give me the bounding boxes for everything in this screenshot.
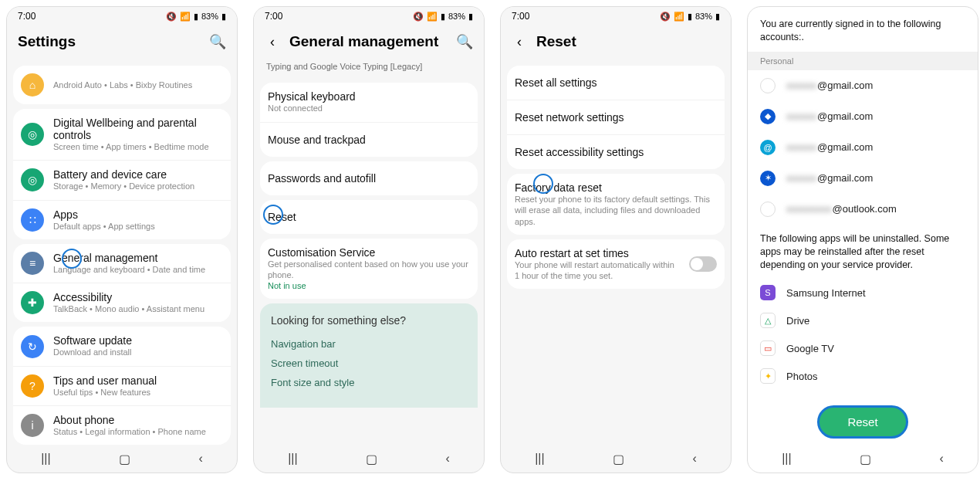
account-row: @ xxxxxx@gmail.com xyxy=(748,132,978,163)
nav-bar: ||| ▢ ‹ xyxy=(748,445,978,473)
status-time: 7:00 xyxy=(512,11,529,22)
item-sub: Android Auto • Labs • Bixby Routines xyxy=(53,80,223,90)
item-title: Passwords and autofill xyxy=(268,169,470,188)
status-right: 🔇 📶 ▮ 83% ▮ xyxy=(413,12,473,22)
app-row-drive: △ Drive xyxy=(748,307,978,334)
item-sub: Useful tips • New features xyxy=(53,387,223,398)
nav-home[interactable]: ▢ xyxy=(613,452,624,466)
nav-recents[interactable]: ||| xyxy=(288,452,297,466)
apps-intro-text: The following apps will be uninstalled. … xyxy=(748,225,978,279)
item-title: Factory data reset xyxy=(515,181,717,194)
reset-button[interactable]: Reset xyxy=(817,405,907,439)
signal-icon: ▮ xyxy=(194,12,198,22)
battery-icon: ▮ xyxy=(221,12,226,22)
nav-recents[interactable]: ||| xyxy=(535,452,544,466)
status-right: 🔇 📶 ▮ 83% ▮ xyxy=(166,12,226,22)
title-bar: ‹ General management 🔍 xyxy=(254,25,484,61)
intro-text: You are currently signed in to the follo… xyxy=(748,10,978,52)
account-row: ✶ xxxxxx@gmail.com xyxy=(748,163,978,194)
title-bar: ‹ Reset xyxy=(501,25,731,61)
back-icon[interactable]: ‹ xyxy=(512,34,527,50)
status-right: 🔇 📶 ▮ 83% ▮ xyxy=(660,12,720,22)
nav-recents[interactable]: ||| xyxy=(41,452,50,466)
row-customisation-service[interactable]: Customisation Service Get personalised c… xyxy=(260,239,478,300)
row-auto-restart[interactable]: Auto restart at set times Your phone wil… xyxy=(507,239,725,290)
settings-item-apps[interactable]: ∷ Apps Default apps • App settings xyxy=(13,201,231,239)
signal-icon: ▮ xyxy=(688,12,692,22)
item-title: Reset xyxy=(268,208,470,226)
nav-home[interactable]: ▢ xyxy=(860,452,871,466)
nav-recents[interactable]: ||| xyxy=(782,452,791,466)
settings-item-tips[interactable]: ? Tips and user manual Useful tips • New… xyxy=(13,367,231,406)
search-icon[interactable]: 🔍 xyxy=(456,33,473,50)
row-factory-data-reset[interactable]: Factory data reset Reset your phone to i… xyxy=(507,174,725,235)
acct-domain: @gmail.com xyxy=(817,80,873,91)
item-sub: TalkBack • Mono audio • Assistant menu xyxy=(53,303,223,314)
acct-blur: xxxxxx xyxy=(786,172,816,184)
item-title: Reset accessibility settings xyxy=(515,143,717,161)
google-tv-icon: ▭ xyxy=(760,340,776,356)
item-title: Software update xyxy=(53,334,223,347)
link-font-size-style[interactable]: Font size and style xyxy=(271,373,467,392)
item-title: Digital Wellbeing and parental controls xyxy=(53,117,223,141)
nav-back[interactable]: ‹ xyxy=(939,452,943,466)
row-reset-accessibility-settings[interactable]: Reset accessibility settings xyxy=(507,135,725,169)
nav-bar: ||| ▢ ‹ xyxy=(254,445,484,473)
title-bar: Settings 🔍 xyxy=(7,25,237,61)
settings-item-advanced[interactable]: ⌂ Android Auto • Labs • Bixby Routines xyxy=(13,66,231,104)
settings-item-software-update[interactable]: ↻ Software update Download and install xyxy=(13,327,231,366)
nav-home[interactable]: ▢ xyxy=(366,452,377,466)
battery-text: 83% xyxy=(201,12,218,21)
row-passwords-autofill[interactable]: Passwords and autofill xyxy=(260,161,478,195)
row-reset-all-settings[interactable]: Reset all settings xyxy=(507,66,725,100)
row-physical-keyboard[interactable]: Physical keyboard Not connected xyxy=(260,83,478,122)
row-reset[interactable]: Reset xyxy=(260,200,478,234)
battery-icon: ▮ xyxy=(468,12,473,22)
settings-item-general-management[interactable]: ≡ General management Language and keyboa… xyxy=(13,244,231,283)
samsung-internet-icon: S xyxy=(760,285,776,300)
status-bar: 7:00 🔇 📶 ▮ 83% ▮ xyxy=(254,7,484,25)
acct-domain: @gmail.com xyxy=(817,172,873,184)
item-sub: Storage • Memory • Device protection xyxy=(53,181,223,191)
item-sub: Default apps • App settings xyxy=(53,221,223,232)
app-name: Drive xyxy=(786,315,809,327)
stray-sub: Typing and Google Voice Typing [Legacy] xyxy=(254,61,484,78)
nav-back[interactable]: ‹ xyxy=(445,452,449,466)
back-icon[interactable]: ‹ xyxy=(265,34,280,50)
account-row: ◆ xxxxxx@gmail.com xyxy=(748,101,978,132)
nav-bar: ||| ▢ ‹ xyxy=(501,445,731,473)
item-sub: Screen time • App timers • Bedtime mode xyxy=(53,141,223,152)
reset-button-wrap: Reset xyxy=(748,390,978,445)
nav-back[interactable]: ‹ xyxy=(692,452,696,466)
status-time: 7:00 xyxy=(18,11,35,22)
labs-icon: ⌂ xyxy=(21,73,44,97)
settings-item-about[interactable]: i About phone Status • Legal information… xyxy=(13,406,231,445)
about-icon: i xyxy=(21,414,44,437)
account-row: G xxxxxx@gmail.com xyxy=(748,70,978,101)
screen-general-management: 7:00 🔇 📶 ▮ 83% ▮ ‹ General management 🔍 … xyxy=(253,6,485,473)
update-icon: ↻ xyxy=(21,335,44,358)
link-screen-timeout[interactable]: Screen timeout xyxy=(271,354,467,373)
item-status: Not in use xyxy=(268,280,470,291)
settings-item-wellbeing[interactable]: ◎ Digital Wellbeing and parental control… xyxy=(13,109,231,161)
section-personal: Personal xyxy=(748,52,978,70)
account-row: ☁ xxxxxxxxx@outlook.com xyxy=(748,194,978,225)
item-sub: Reset your phone to its factory default … xyxy=(515,194,717,227)
settings-item-accessibility[interactable]: ✚ Accessibility TalkBack • Mono audio • … xyxy=(13,283,231,322)
item-title: Auto restart at set times xyxy=(515,247,680,259)
item-sub: Get personalised content based on how yo… xyxy=(268,259,470,281)
reset-list: Reset all settings Reset network setting… xyxy=(501,61,731,445)
screen-reset: 7:00 🔇 📶 ▮ 83% ▮ ‹ Reset Reset all setti… xyxy=(500,6,732,473)
status-bar: 7:00 🔇 📶 ▮ 83% ▮ xyxy=(501,7,731,25)
item-title: Apps xyxy=(53,208,223,221)
link-navigation-bar[interactable]: Navigation bar xyxy=(271,334,467,354)
page-title: Settings xyxy=(18,33,200,50)
settings-item-battery[interactable]: ◎ Battery and device care Storage • Memo… xyxy=(13,161,231,200)
row-mouse-trackpad[interactable]: Mouse and trackpad xyxy=(260,123,478,157)
search-icon[interactable]: 🔍 xyxy=(209,33,226,50)
row-reset-network-settings[interactable]: Reset network settings xyxy=(507,100,725,135)
nav-back[interactable]: ‹ xyxy=(198,452,202,466)
nav-home[interactable]: ▢ xyxy=(119,452,130,466)
item-sub: Status • Legal information • Phone name xyxy=(53,426,223,437)
toggle-auto-restart[interactable] xyxy=(689,256,717,272)
